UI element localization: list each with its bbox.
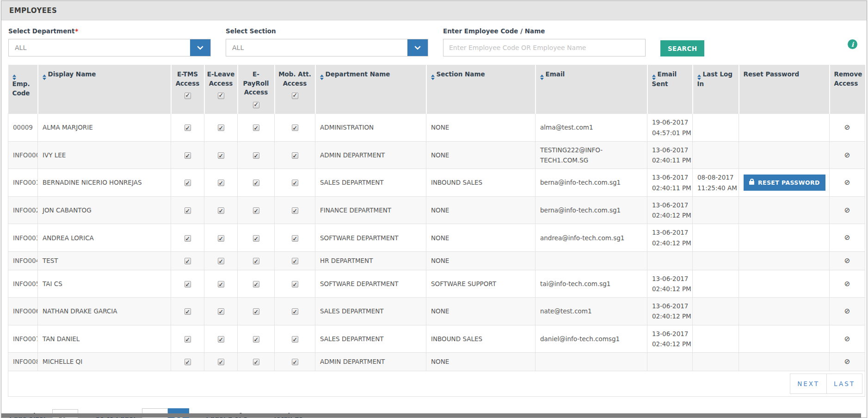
payroll-access-checkbox[interactable]	[253, 281, 259, 287]
leave-access-cell	[204, 114, 238, 142]
employee-row: INFO004TESTHR DEPARTMENTNONE⊘	[8, 251, 865, 270]
column-header-section[interactable]: Section Name	[426, 65, 536, 114]
reset-password-button[interactable]: RESET PASSWORD	[744, 175, 825, 191]
payroll-access-checkbox[interactable]	[253, 235, 259, 242]
remove-access-icon[interactable]: ⊘	[844, 151, 850, 159]
leave-access-checkbox[interactable]	[218, 281, 224, 287]
mob-access-checkbox[interactable]	[292, 152, 298, 159]
leave-access-checkbox[interactable]	[218, 180, 224, 186]
required-asterisk: *	[75, 27, 78, 35]
payroll-access-checkbox[interactable]	[253, 308, 259, 315]
section-select-button[interactable]	[407, 39, 428, 56]
mob-access-checkbox[interactable]	[292, 235, 298, 242]
remove-access-icon[interactable]: ⊘	[844, 335, 850, 343]
column-header-leave: E-Leave Access	[204, 65, 238, 114]
leave-access-checkbox[interactable]	[218, 125, 224, 131]
info-icon[interactable]: i	[848, 39, 857, 49]
employee-search-input[interactable]	[443, 39, 646, 56]
remove-access-cell: ⊘	[830, 114, 865, 142]
column-header-email[interactable]: Email	[536, 65, 647, 114]
sort-icon[interactable]	[12, 75, 16, 80]
mob-access-checkbox[interactable]	[292, 125, 298, 131]
mob-access-checkbox[interactable]	[292, 207, 298, 214]
mob-access-checkbox[interactable]	[292, 281, 298, 287]
remove-access-icon[interactable]: ⊘	[844, 280, 850, 288]
department-select[interactable]: ALL	[8, 39, 211, 56]
mob-access-checkbox[interactable]	[292, 359, 298, 365]
payroll-access-cell	[238, 169, 275, 197]
payroll-access-checkbox[interactable]	[253, 258, 259, 264]
remove-access-icon[interactable]: ⊘	[844, 206, 850, 214]
column-header-email_sent[interactable]: Email Sent	[647, 65, 693, 114]
payroll-access-cell	[238, 251, 275, 270]
section-select[interactable]: ALL	[226, 39, 428, 56]
tms-access-checkbox[interactable]	[185, 258, 191, 264]
select-all-mob-checkbox[interactable]	[292, 93, 298, 99]
mob-access-checkbox[interactable]	[292, 308, 298, 315]
sort-icon[interactable]	[320, 75, 324, 80]
tms-access-checkbox[interactable]	[185, 336, 191, 343]
display-name-cell: NATHAN DRAKE GARCIA	[38, 298, 171, 325]
select-all-payroll-checkbox[interactable]	[253, 102, 259, 108]
leave-access-checkbox[interactable]	[218, 235, 224, 242]
leave-access-checkbox[interactable]	[218, 359, 224, 365]
leave-access-cell	[204, 251, 238, 270]
payroll-access-checkbox[interactable]	[253, 152, 259, 159]
select-all-leave-checkbox[interactable]	[218, 93, 224, 99]
mob-access-checkbox[interactable]	[292, 336, 298, 343]
reset-password-cell: RESET PASSWORD	[739, 169, 830, 197]
payroll-access-checkbox[interactable]	[253, 125, 259, 131]
emp-code-cell: INFO005	[8, 270, 38, 298]
tms-access-checkbox[interactable]	[185, 125, 191, 131]
payroll-access-cell	[238, 141, 275, 169]
payroll-access-cell	[238, 325, 275, 353]
payroll-access-checkbox[interactable]	[253, 359, 259, 365]
tms-access-checkbox[interactable]	[185, 180, 191, 186]
sort-icon[interactable]	[697, 75, 701, 80]
last-page-button[interactable]: LAST	[826, 374, 862, 394]
select-all-tms-checkbox[interactable]	[185, 93, 191, 99]
mob-access-checkbox[interactable]	[292, 180, 298, 186]
tms-access-checkbox[interactable]	[185, 308, 191, 315]
section-cell: INBOUND SALES	[426, 325, 536, 353]
email-cell: daniel@info-tech.comsg1	[536, 325, 647, 353]
tms-access-checkbox[interactable]	[185, 235, 191, 242]
mob-access-checkbox[interactable]	[292, 258, 298, 264]
sort-icon[interactable]	[431, 75, 435, 80]
payroll-access-checkbox[interactable]	[253, 336, 259, 343]
tms-access-checkbox[interactable]	[185, 281, 191, 287]
department-select-button[interactable]	[190, 39, 210, 56]
reset-password-cell	[739, 270, 830, 298]
remove-access-icon[interactable]: ⊘	[844, 233, 850, 242]
tms-access-checkbox[interactable]	[185, 359, 191, 365]
search-button[interactable]: SEARCH	[660, 40, 704, 56]
leave-access-checkbox[interactable]	[218, 207, 224, 214]
payroll-access-checkbox[interactable]	[253, 207, 259, 214]
remove-access-icon[interactable]: ⊘	[844, 256, 850, 265]
section-cell: NONE	[426, 298, 536, 325]
leave-access-checkbox[interactable]	[218, 258, 224, 264]
sort-icon[interactable]	[652, 75, 656, 80]
column-header-last_login[interactable]: Last Log In	[693, 65, 739, 114]
last-login-cell	[693, 141, 739, 169]
remove-access-icon[interactable]: ⊘	[844, 307, 850, 315]
leave-access-checkbox[interactable]	[218, 336, 224, 343]
payroll-access-checkbox[interactable]	[253, 180, 259, 186]
leave-access-checkbox[interactable]	[218, 308, 224, 315]
column-header-department[interactable]: Department Name	[315, 65, 426, 114]
remove-access-icon[interactable]: ⊘	[844, 357, 850, 366]
last-login-cell	[693, 270, 739, 298]
sort-icon[interactable]	[43, 75, 46, 80]
leave-access-checkbox[interactable]	[218, 152, 224, 159]
employee-row: INFO005TAI CSSOFTWARE DEPARTMENTSOFTWARE…	[8, 270, 865, 298]
remove-access-icon[interactable]: ⊘	[844, 178, 850, 187]
tms-access-checkbox[interactable]	[185, 152, 191, 159]
column-header-name[interactable]: Display Name	[38, 65, 171, 114]
sort-icon[interactable]	[540, 75, 544, 80]
column-header-code[interactable]: Emp. Code	[8, 65, 38, 114]
tms-access-checkbox[interactable]	[185, 207, 191, 214]
remove-access-cell: ⊘	[830, 196, 865, 224]
tms-access-cell	[171, 251, 204, 270]
next-page-button[interactable]: NEXT	[790, 374, 827, 394]
remove-access-icon[interactable]: ⊘	[844, 123, 850, 131]
